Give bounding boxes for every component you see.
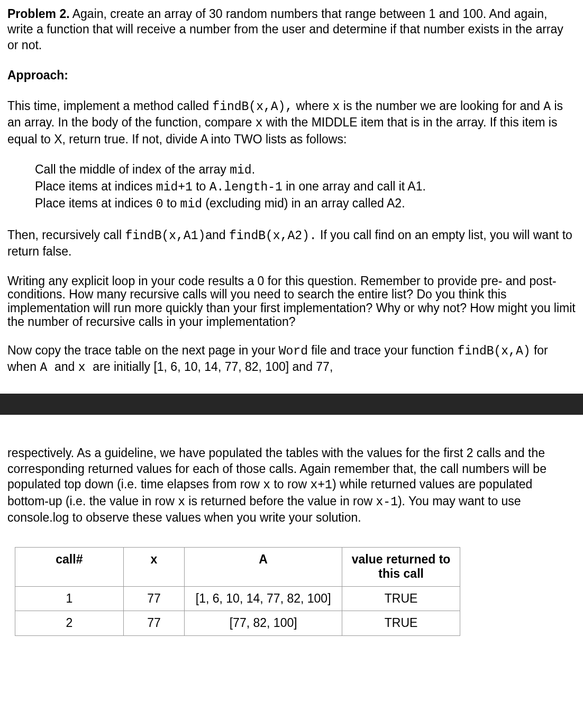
- code-snippet: Word: [279, 344, 308, 358]
- text: is returned before the value in row: [185, 494, 376, 508]
- text: and: [54, 360, 78, 374]
- cell-return: TRUE: [342, 611, 460, 636]
- text: to: [163, 196, 180, 210]
- problem-statement: Problem 2. Again, create an array of 30 …: [7, 6, 576, 53]
- page2-paragraph: respectively. As a guideline, we have po…: [7, 445, 576, 525]
- cell-call: 1: [15, 586, 124, 611]
- code-snippet: 0: [156, 197, 163, 211]
- code-snippet: mid+1: [156, 180, 193, 194]
- table-row: 2 77 [77, 82, 100] TRUE: [15, 611, 460, 636]
- problem-label: Problem 2.: [7, 7, 70, 21]
- trace-instructions: Now copy the trace table on the next pag…: [7, 343, 576, 376]
- text: (excluding mid) in an array called A2.: [202, 196, 405, 210]
- header-return: value returned to this call: [342, 547, 460, 586]
- page-divider: [0, 394, 583, 415]
- text: Then, recursively call: [7, 228, 125, 242]
- cell-return: TRUE: [342, 586, 460, 611]
- approach-heading: Approach:: [7, 68, 576, 83]
- code-snippet: A: [40, 361, 54, 375]
- table-header-row: call# x A value returned to this call: [15, 547, 460, 586]
- code-snippet: x-1: [376, 495, 398, 509]
- text: This time, implement a method called: [7, 99, 212, 113]
- header-a: A: [185, 547, 342, 586]
- trace-table: call# x A value returned to this call 1 …: [15, 547, 460, 636]
- header-x: x: [123, 547, 184, 586]
- text: .: [252, 162, 255, 176]
- text: file and trace your function: [308, 343, 458, 357]
- cell-call: 2: [15, 611, 124, 636]
- code-snippet: x: [78, 361, 93, 375]
- recurse-paragraph: Then, recursively call findB(x,A1)and fi…: [7, 228, 576, 260]
- bullet-list: Call the middle of index of the array mi…: [35, 162, 576, 213]
- code-snippet: x: [256, 116, 263, 130]
- code-snippet: mid: [180, 197, 202, 211]
- code-snippet: findB(x,A2).: [229, 229, 317, 243]
- code-snippet: x: [178, 495, 185, 509]
- text: Place items at indices: [35, 196, 156, 210]
- code-snippet: x: [263, 478, 270, 492]
- list-item: Place items at indices mid+1 to A.length…: [35, 179, 576, 196]
- text: in one array and call it A1.: [283, 179, 426, 193]
- cell-x: 77: [123, 611, 184, 636]
- code-snippet: mid: [230, 163, 251, 177]
- problem-text: Again, create an array of 30 random numb…: [7, 7, 563, 52]
- text: to: [193, 179, 209, 193]
- code-snippet: findB(x,A1): [125, 229, 205, 243]
- code-snippet: x: [333, 100, 340, 114]
- code-snippet: findB(x,A): [458, 344, 531, 358]
- list-item: Call the middle of index of the array mi…: [35, 162, 576, 179]
- code-snippet: A: [543, 100, 551, 114]
- cell-a: [1, 6, 10, 14, 77, 82, 100]: [185, 586, 342, 611]
- warning-paragraph: Writing any explicit loop in your code r…: [7, 275, 576, 329]
- code-snippet: x+1: [310, 478, 332, 492]
- cell-a: [77, 82, 100]: [185, 611, 342, 636]
- text: are initially [1, 6, 10, 14, 77, 82, 100…: [93, 360, 333, 374]
- text: Place items at indices: [35, 179, 156, 193]
- code-snippet: findB(x,A),: [212, 100, 293, 114]
- header-call: call#: [15, 547, 124, 586]
- cell-x: 77: [123, 586, 184, 611]
- text: Now copy the trace table on the next pag…: [7, 343, 279, 357]
- list-item: Place items at indices 0 to mid (excludi…: [35, 196, 576, 213]
- code-snippet: A.length-1: [209, 180, 283, 194]
- text: is the number we are looking for and: [340, 99, 543, 113]
- text: and: [205, 228, 229, 242]
- text: where: [293, 99, 332, 113]
- text: to row: [270, 477, 310, 491]
- approach-p1: This time, implement a method called fin…: [7, 98, 576, 147]
- table-row: 1 77 [1, 6, 10, 14, 77, 82, 100] TRUE: [15, 586, 460, 611]
- text: Call the middle of index of the array: [35, 162, 230, 176]
